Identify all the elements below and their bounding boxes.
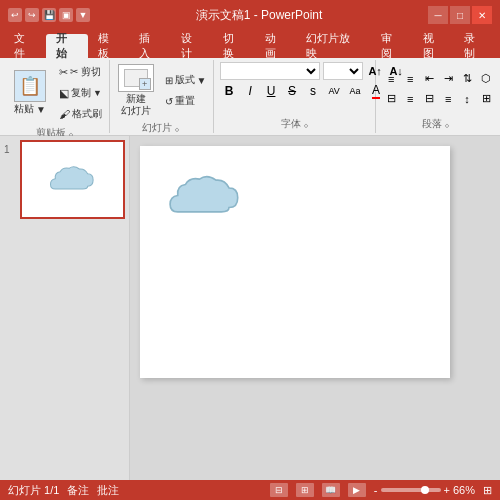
format-painter-icon: 🖌 xyxy=(59,108,70,120)
tab-insert[interactable]: 插入 xyxy=(129,34,171,58)
bold-btn[interactable]: B xyxy=(220,82,238,100)
slide-thumb-container: 1 xyxy=(4,140,125,219)
maximize-btn[interactable]: □ xyxy=(450,6,470,24)
italic-btn[interactable]: I xyxy=(241,82,259,100)
font-size-selector[interactable] xyxy=(323,62,363,80)
strikethrough-btn[interactable]: S xyxy=(283,82,301,100)
font-spacing-btn[interactable]: AV xyxy=(325,82,343,100)
tab-view[interactable]: 视图 xyxy=(413,34,455,58)
increase-indent-btn[interactable]: ⇥ xyxy=(439,70,457,88)
customize-btn[interactable]: ▼ xyxy=(76,8,90,22)
redo-btn[interactable]: ↪ xyxy=(25,8,39,22)
zoom-out-btn[interactable]: - xyxy=(374,484,378,496)
window-controls: ─ □ ✕ xyxy=(428,6,492,24)
tab-slideshow[interactable]: 幻灯片放映 xyxy=(296,34,370,58)
clipboard-group: 📋 粘贴 ▼ ✂ ✂ 剪切 ⬕ 复制 ▼ 🖌 格式刷 xyxy=(4,60,110,133)
new-slide-icon: + xyxy=(118,64,154,92)
para-btns: ≡ ≡ ⇤ ⇥ ⇅ ⬡ ⊟ ≡ ⊟ ≡ ↕ ⊞ xyxy=(382,70,495,108)
window-title: 演示文稿1 - PowerPoint xyxy=(94,7,424,24)
tab-design[interactable]: 设计 xyxy=(171,34,213,58)
zoom-slider[interactable] xyxy=(381,488,441,492)
tab-review[interactable]: 审阅 xyxy=(371,34,413,58)
paragraph-group: ≡ ≡ ⇤ ⇥ ⇅ ⬡ ⊟ ≡ ⊟ ≡ ↕ ⊞ 段落 ⬦ xyxy=(378,60,496,133)
new-slide-button[interactable]: + 新建幻灯片 xyxy=(116,62,156,119)
clipboard-small-btns: ✂ ✂ 剪切 ⬕ 复制 ▼ 🖌 格式刷 xyxy=(54,62,107,124)
change-case-btn[interactable]: Aa xyxy=(346,82,364,100)
para-expand-icon[interactable]: ⬦ xyxy=(444,119,450,130)
slide-info: 幻灯片 1/1 xyxy=(8,483,59,498)
text-direction-btn[interactable]: ⇅ xyxy=(458,70,476,88)
canvas-area xyxy=(130,136,500,480)
undo-btn[interactable]: ↩ xyxy=(8,8,22,22)
slide-panel: 1 xyxy=(0,136,130,480)
line-spacing-btn[interactable]: ↕ xyxy=(458,90,476,108)
reset-button[interactable]: ↺ 重置 xyxy=(160,91,212,111)
para-row-1: ≡ ≡ ⇤ ⇥ ⇅ ⬡ xyxy=(382,70,495,88)
font-name-selector[interactable] xyxy=(220,62,320,80)
new-slide-label: 新建幻灯片 xyxy=(121,93,151,117)
zoom-in-btn[interactable]: + xyxy=(444,484,450,496)
tab-animation[interactable]: 动画 xyxy=(255,34,297,58)
tab-transition[interactable]: 切换 xyxy=(213,34,255,58)
cut-button[interactable]: ✂ ✂ 剪切 xyxy=(54,62,107,82)
slides-small-btns: ⊞ 版式 ▼ ↺ 重置 xyxy=(160,70,212,111)
normal-view-btn[interactable]: ⊟ xyxy=(270,483,288,497)
tab-record[interactable]: 录制 xyxy=(454,34,496,58)
slides-expand-icon[interactable]: ⬦ xyxy=(174,123,180,134)
paste-label: 粘贴 ▼ xyxy=(14,102,46,116)
ribbon: 📋 粘贴 ▼ ✂ ✂ 剪切 ⬕ 复制 ▼ 🖌 格式刷 xyxy=(0,58,500,136)
slide-show-btn[interactable]: ▶ xyxy=(348,483,366,497)
numbering-btn[interactable]: ≡ xyxy=(401,70,419,88)
comments-btn[interactable]: 批注 xyxy=(97,483,119,498)
tab-file[interactable]: 文件 xyxy=(4,34,46,58)
para-group-content: ≡ ≡ ⇤ ⇥ ⇅ ⬡ ⊟ ≡ ⊟ ≡ ↕ ⊞ xyxy=(382,62,495,115)
zoom-bar: - + 66% xyxy=(374,484,475,496)
para-row-2: ⊟ ≡ ⊟ ≡ ↕ ⊞ xyxy=(382,90,495,108)
copy-button[interactable]: ⬕ 复制 ▼ xyxy=(54,83,107,103)
align-right-btn[interactable]: ⊟ xyxy=(420,90,438,108)
minimize-btn[interactable]: ─ xyxy=(428,6,448,24)
paste-icon: 📋 xyxy=(14,70,46,102)
title-bar: ↩ ↪ 💾 ▣ ▼ 演示文稿1 - PowerPoint ─ □ ✕ xyxy=(0,0,500,30)
columns-btn[interactable]: ⊞ xyxy=(477,90,495,108)
text-shadow-btn[interactable]: s xyxy=(304,82,322,100)
close-btn[interactable]: ✕ xyxy=(472,6,492,24)
tab-template[interactable]: 模板 xyxy=(88,34,130,58)
font-label: 字体 ⬦ xyxy=(220,115,369,131)
cloud-shape-thumbnail xyxy=(45,160,100,198)
slide-sorter-btn[interactable]: ⊞ xyxy=(296,483,314,497)
font-group: A↑ A↓ B I U S s AV Aa A 字体 ⬦ xyxy=(216,60,376,133)
slides-group-content: + 新建幻灯片 ⊞ 版式 ▼ ↺ 重置 xyxy=(116,62,212,119)
para-label: 段落 ⬦ xyxy=(382,115,490,131)
align-center-btn[interactable]: ≡ xyxy=(401,90,419,108)
ribbon-tabs: 文件 开始 模板 插入 设计 切换 动画 幻灯片放映 审阅 视图 录制 xyxy=(0,30,500,58)
slide-number: 1 xyxy=(4,140,16,155)
decrease-indent-btn[interactable]: ⇤ xyxy=(420,70,438,88)
slide-canvas[interactable] xyxy=(140,146,450,378)
reading-view-btn[interactable]: 📖 xyxy=(322,483,340,497)
slides-label: 幻灯片 ⬦ xyxy=(116,119,208,135)
convert-to-smartart-btn[interactable]: ⬡ xyxy=(477,70,495,88)
layout-button[interactable]: ⊞ 版式 ▼ xyxy=(160,70,212,90)
copy-icon: ⬕ xyxy=(59,87,69,100)
align-left-btn[interactable]: ⊟ xyxy=(382,90,400,108)
fit-window-btn[interactable]: ⊞ xyxy=(483,484,492,497)
save-btn[interactable]: 💾 xyxy=(42,8,56,22)
underline-btn[interactable]: U xyxy=(262,82,280,100)
justify-btn[interactable]: ≡ xyxy=(439,90,457,108)
title-bar-left: ↩ ↪ 💾 ▣ ▼ xyxy=(8,8,90,22)
format-painter-button[interactable]: 🖌 格式刷 xyxy=(54,104,107,124)
reset-icon: ↺ xyxy=(165,96,173,107)
bullets-btn[interactable]: ≡ xyxy=(382,70,400,88)
font-expand-icon[interactable]: ⬦ xyxy=(303,119,309,130)
slide-thumbnail[interactable] xyxy=(20,140,125,219)
slides-group: + 新建幻灯片 ⊞ 版式 ▼ ↺ 重置 幻灯片 ⬦ xyxy=(112,60,215,133)
status-right: ⊟ ⊞ 📖 ▶ - + 66% ⊞ xyxy=(270,483,492,497)
notes-btn[interactable]: 备注 xyxy=(67,483,89,498)
main-area: 1 xyxy=(0,136,500,480)
present-btn[interactable]: ▣ xyxy=(59,8,73,22)
paste-button[interactable]: 📋 粘贴 ▼ xyxy=(8,70,52,116)
cut-icon: ✂ xyxy=(59,66,68,79)
zoom-level: 66% xyxy=(453,484,475,496)
tab-home[interactable]: 开始 xyxy=(46,34,88,58)
